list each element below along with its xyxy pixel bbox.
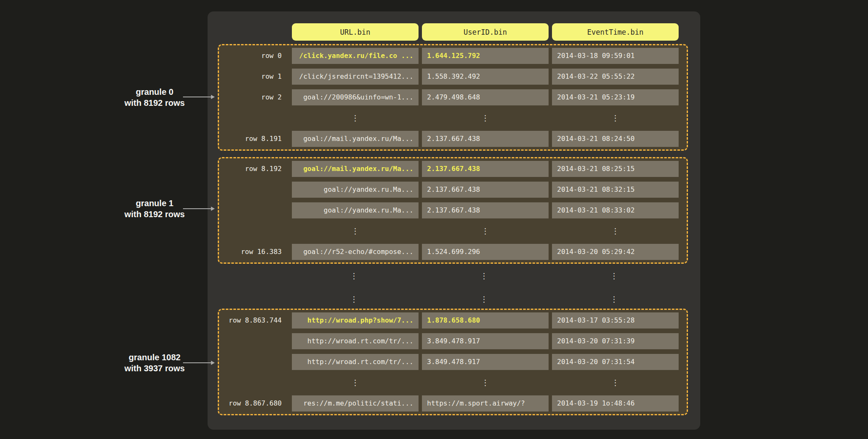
cell-eventtime: 2014-03-19 1o:48:46 <box>552 395 679 411</box>
table-row: http://wroad.rt.com/tr/...3.849.478.9172… <box>219 333 687 349</box>
vertical-ellipsis: ⋮ <box>292 223 419 239</box>
cell-url: goal://200986&uinfo=wn-1... <box>292 89 419 105</box>
granule-label-line2: with 8192 rows <box>91 97 218 108</box>
cell-eventtime: 2014-03-21 08:25:15 <box>552 161 679 177</box>
row-index-label: row 16.383 <box>219 244 288 260</box>
cell-url: goal://mail.yandex.ru/Ma... <box>292 131 419 147</box>
column-headers: URL.bin UserID.bin EventTime.bin <box>292 23 679 41</box>
cell-url: /click/jsredircnt=1395412... <box>292 69 419 85</box>
cell-url: goal://yandex.ru.Ma... <box>292 202 419 218</box>
vertical-ellipsis: ⋮ <box>422 110 549 126</box>
omitted-granules-ellipsis-row: ⋮⋮⋮ <box>218 268 688 284</box>
table-row: row 8.191goal://mail.yandex.ru/Ma...2.13… <box>219 131 687 147</box>
cell-url: goal://yandex.ru.Ma... <box>292 182 419 198</box>
cell-eventtime: 2014-03-21 08:32:15 <box>552 182 679 198</box>
row-index-label: row 8.863.744 <box>219 312 288 329</box>
cell-eventtime: 2014-03-18 09:59:01 <box>552 48 679 64</box>
ellipsis-row: ⋮⋮⋮ <box>219 223 687 239</box>
granule-0-box: row 0/click.yandex.ru/file.co ...1.644.1… <box>218 44 688 151</box>
vertical-ellipsis: ⋮ <box>551 268 677 284</box>
cell-eventtime: 2014-03-20 05:29:42 <box>552 244 679 260</box>
spacer <box>218 268 287 284</box>
table-row: row 8.863.744http://wroad.php?show/7...1… <box>219 312 687 329</box>
granule-label-line2: with 3937 rows <box>91 363 218 374</box>
row-index-label: row 2 <box>219 89 288 105</box>
vertical-ellipsis: ⋮ <box>291 268 417 284</box>
granule-label-line1: granule 1082 <box>91 352 218 363</box>
table-row: row 2goal://200986&uinfo=wn-1...2.479.49… <box>219 89 687 105</box>
row-index-label: row 8.192 <box>219 161 288 177</box>
granule-1082-box: row 8.863.744http://wroad.php?show/7...1… <box>218 309 688 415</box>
cell-url: res://m.me/politic/stati... <box>292 395 419 411</box>
vertical-ellipsis: ⋮ <box>552 375 679 391</box>
cell-eventtime: 2014-03-20 07:31:54 <box>552 354 679 370</box>
granule-0-label: granule 0 with 8192 rows <box>91 86 218 108</box>
granule-1082-arrow-icon <box>183 362 211 363</box>
table-row: row 8.867.680res://m.me/politic/stati...… <box>219 395 687 411</box>
vertical-ellipsis: ⋮ <box>422 223 549 239</box>
vertical-ellipsis: ⋮ <box>292 375 419 391</box>
cell-userid: 1.644.125.792 <box>422 48 549 64</box>
cell-url: http://wroad.rt.com/tr/... <box>292 333 419 349</box>
granule-0-arrow-icon <box>183 97 211 97</box>
cell-url: goal://mail.yandex.ru/Ma... <box>292 161 419 177</box>
cell-userid: 3.849.478.917 <box>422 333 549 349</box>
row-index-label: row 1 <box>219 69 288 85</box>
row-index-label: row 8.867.680 <box>219 395 288 411</box>
row-index-label <box>219 354 288 370</box>
row-index-label <box>219 202 288 218</box>
granule-label-line2: with 8192 rows <box>91 209 218 220</box>
cell-userid: 2.479.498.648 <box>422 89 549 105</box>
row-index-label <box>219 223 288 239</box>
table-row: goal://yandex.ru.Ma...2.137.667.4382014-… <box>219 182 687 198</box>
vertical-ellipsis: ⋮ <box>421 291 547 307</box>
granule-1-arrow-icon <box>183 208 211 209</box>
granule-label-line1: granule 0 <box>91 86 218 97</box>
row-index-label <box>219 110 288 126</box>
row-index-label: row 0 <box>219 48 288 64</box>
cell-userid: 2.137.667.438 <box>422 182 549 198</box>
vertical-ellipsis: ⋮ <box>292 110 419 126</box>
granule-label-line1: granule 1 <box>91 198 218 209</box>
cell-url: /click.yandex.ru/file.co ... <box>292 48 419 64</box>
cell-userid: 2.137.667.438 <box>422 202 549 218</box>
row-index-label <box>219 333 288 349</box>
cell-url: goal://r52-echo/#compose... <box>292 244 419 260</box>
vertical-ellipsis: ⋮ <box>422 375 549 391</box>
cell-userid: 2.137.667.438 <box>422 161 549 177</box>
vertical-ellipsis: ⋮ <box>552 223 679 239</box>
spacer <box>218 291 287 307</box>
cell-userid: 1.524.699.296 <box>422 244 549 260</box>
row-index-label <box>219 182 288 198</box>
cell-userid: 2.137.667.438 <box>422 131 549 147</box>
cell-url: http://wroad.php?show/7... <box>292 312 419 329</box>
table-row: goal://yandex.ru.Ma...2.137.667.4382014-… <box>219 202 687 218</box>
table-row: http://wroad.rt.com/tr/...3.849.478.9172… <box>219 354 687 370</box>
ellipsis-row: ⋮⋮⋮ <box>219 375 687 391</box>
cell-eventtime: 2014-03-21 05:23:19 <box>552 89 679 105</box>
row-index-label: row 8.191 <box>219 131 288 147</box>
vertical-ellipsis: ⋮ <box>421 268 547 284</box>
granule-1-box: row 8.192goal://mail.yandex.ru/Ma...2.13… <box>218 157 688 264</box>
cell-eventtime: 2014-03-22 05:55:22 <box>552 69 679 85</box>
vertical-ellipsis: ⋮ <box>552 110 679 126</box>
table-row: row 1/click/jsredircnt=1395412...1.558.3… <box>219 69 687 85</box>
table-row: row 8.192goal://mail.yandex.ru/Ma...2.13… <box>219 161 687 177</box>
cell-url: http://wroad.rt.com/tr/... <box>292 354 419 370</box>
table-row: row 0/click.yandex.ru/file.co ...1.644.1… <box>219 48 687 64</box>
omitted-granules-ellipsis-row: ⋮⋮⋮ <box>218 291 688 307</box>
cell-userid: 3.849.478.917 <box>422 354 549 370</box>
row-index-label <box>219 375 288 391</box>
table-row: row 16.383goal://r52-echo/#compose...1.5… <box>219 244 687 260</box>
vertical-ellipsis: ⋮ <box>551 291 677 307</box>
cell-eventtime: 2014-03-17 03:55:28 <box>552 312 679 329</box>
column-header-url: URL.bin <box>292 23 419 41</box>
column-header-userid: UserID.bin <box>422 23 549 41</box>
cell-userid: 1.878.658.680 <box>422 312 549 329</box>
ellipsis-row: ⋮⋮⋮ <box>219 110 687 126</box>
cell-eventtime: 2014-03-21 08:24:50 <box>552 131 679 147</box>
cell-userid: 1.558.392.492 <box>422 69 549 85</box>
cell-eventtime: 2014-03-20 07:31:39 <box>552 333 679 349</box>
column-header-eventtime: EventTime.bin <box>552 23 679 41</box>
vertical-ellipsis: ⋮ <box>291 291 417 307</box>
